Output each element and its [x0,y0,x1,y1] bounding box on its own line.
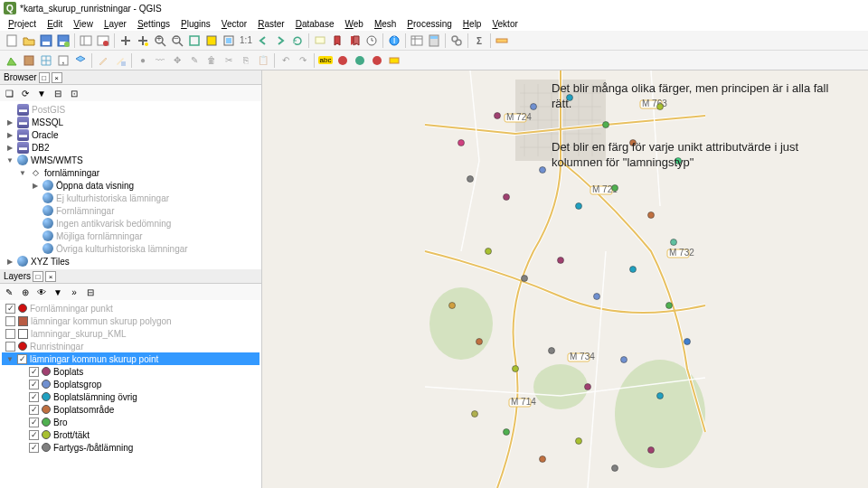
zoom-layer-icon[interactable] [221,33,237,49]
layer-category[interactable]: Boplatsgrop [2,378,259,390]
layer-item[interactable]: lämningar kommun skurup polygon [2,314,259,327]
save-as-icon[interactable] [55,33,71,49]
browser-item[interactable]: ▶Öppna data visning [2,179,259,192]
map-point[interactable] [540,456,546,463]
map-point[interactable] [449,303,456,309]
zoom-out-icon[interactable]: − [169,33,185,49]
layers-add-group-icon[interactable]: ⊕ [18,285,33,299]
label-tool2-icon[interactable] [352,52,368,69]
zoom-next-icon[interactable] [272,33,288,49]
map-point[interactable] [558,258,564,264]
copy-feature-icon[interactable]: ⎘ [238,52,254,69]
bookmarks-icon[interactable] [346,33,363,49]
paste-feature-icon[interactable]: 📋 [255,52,271,69]
layers-expand-icon[interactable]: » [67,285,81,299]
zoom-in-icon[interactable]: + [152,33,168,49]
map-tips-icon[interactable] [312,33,328,49]
checkbox[interactable] [29,392,39,402]
zoom-full-icon[interactable] [186,33,203,49]
refresh-icon[interactable] [289,33,306,49]
menu-web[interactable]: Web [341,18,368,30]
map-point[interactable] [657,393,664,399]
menu-processing[interactable]: Processing [402,18,456,30]
layers-visibility-icon[interactable]: 👁 [34,285,49,299]
menu-settings[interactable]: Settings [133,18,175,30]
add-feature-icon[interactable]: ● [135,52,151,69]
map-point[interactable] [531,104,537,110]
measure-icon[interactable] [494,33,510,49]
browser-item[interactable]: ▶▬MSSQL [2,116,259,128]
map-point[interactable] [648,447,655,454]
label-abc-icon[interactable]: abc [317,52,334,69]
menu-vector[interactable]: Vector [217,18,251,30]
checkbox[interactable] [29,380,39,389]
layer-item[interactable]: Runristningar [2,340,259,352]
checkbox[interactable] [17,354,27,364]
save-edits-icon[interactable] [112,52,128,69]
map-point[interactable] [495,113,501,119]
pan-icon[interactable] [118,33,134,49]
checkbox[interactable] [29,418,39,427]
layers-undock-button[interactable]: □ [33,271,43,282]
checkbox[interactable] [29,405,39,415]
browser-properties-icon[interactable]: ⊡ [67,86,81,100]
menu-layer[interactable]: Layer [99,18,131,30]
save-icon[interactable] [38,33,54,49]
map-point[interactable] [666,303,673,309]
add-delimited-icon[interactable]: , [55,52,71,69]
undo-icon[interactable]: ↶ [278,52,294,69]
layer-category[interactable]: Bro [2,416,259,428]
checkbox[interactable] [29,367,39,377]
checkbox[interactable] [5,329,15,339]
map-point[interactable] [612,465,618,472]
map-point[interactable] [576,438,582,445]
zoom-native-icon[interactable]: 1:1 [238,33,254,49]
map-point[interactable] [549,348,555,354]
map-point[interactable] [504,429,510,436]
map-point[interactable] [467,176,474,183]
edit-toggle-icon[interactable] [95,52,111,69]
label-tool4-icon[interactable] [386,52,402,69]
zoom-selection-icon[interactable] [203,33,220,49]
toolbox-icon[interactable] [448,33,465,49]
map-point[interactable] [603,122,609,128]
add-vector-icon[interactable] [4,52,20,69]
menu-view[interactable]: View [69,18,98,30]
layers-tree[interactable]: Fornlämningar punktlämningar kommun skur… [0,300,261,488]
menu-database[interactable]: Database [291,18,339,30]
layers-style-icon[interactable]: ✎ [2,285,16,299]
browser-tree[interactable]: ▬PostGIS▶▬MSSQL▶▬Oracle▶▬DB2▼WMS/WMTS▼◇f… [0,101,261,269]
map-point[interactable] [476,339,483,345]
layers-close-button[interactable]: × [45,271,56,282]
map-point[interactable] [513,366,519,372]
new-project-icon[interactable] [4,33,20,49]
add-mesh-icon[interactable] [38,52,54,69]
style-manager-icon[interactable] [95,33,111,49]
map-point[interactable] [648,212,655,219]
map-point[interactable] [612,185,618,192]
map-point[interactable] [621,357,627,363]
delete-feature-icon[interactable]: 🗑 [203,52,220,69]
browser-item[interactable]: Fornlämningar [2,204,259,217]
map-point[interactable] [585,384,591,390]
menu-edit[interactable]: Edit [42,18,67,30]
browser-add-icon[interactable]: ❏ [2,86,16,100]
map-point[interactable] [594,294,600,300]
browser-filter-icon[interactable]: ▼ [34,86,49,100]
layer-category[interactable]: Fartygs-/båtlämning [2,441,259,454]
checkbox[interactable] [5,342,15,352]
browser-item[interactable]: ▼WMS/WMTS [2,154,259,166]
browser-item[interactable]: Övriga kulturhistoriska lämningar [2,242,259,255]
menu-help[interactable]: Help [458,18,486,30]
map-point[interactable] [472,411,478,418]
menu-plugins[interactable]: Plugins [176,18,215,30]
browser-close-button[interactable]: × [52,72,62,83]
layout-manager-icon[interactable] [78,33,94,49]
browser-item[interactable]: ▬PostGIS [2,103,259,116]
browser-refresh-icon[interactable]: ⟳ [18,86,33,100]
map-point[interactable] [684,339,691,345]
statistics-icon[interactable]: Σ [471,33,487,49]
map-point[interactable] [522,276,528,282]
node-tool-icon[interactable]: ✎ [186,52,203,69]
cut-feature-icon[interactable]: ✂ [221,52,237,69]
